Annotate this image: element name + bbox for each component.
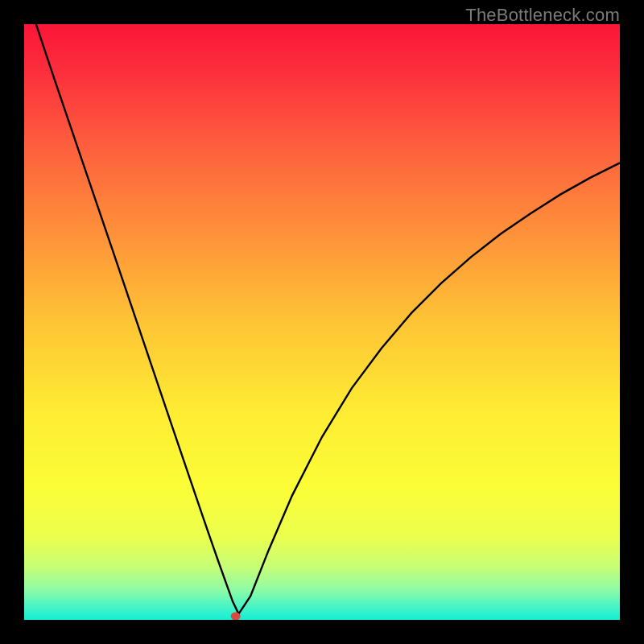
curve-layer — [24, 24, 620, 620]
watermark-text: TheBottleneck.com — [465, 5, 620, 26]
chart-frame: TheBottleneck.com — [0, 0, 644, 644]
bottleneck-curve — [36, 24, 620, 614]
plot-area — [24, 24, 620, 620]
